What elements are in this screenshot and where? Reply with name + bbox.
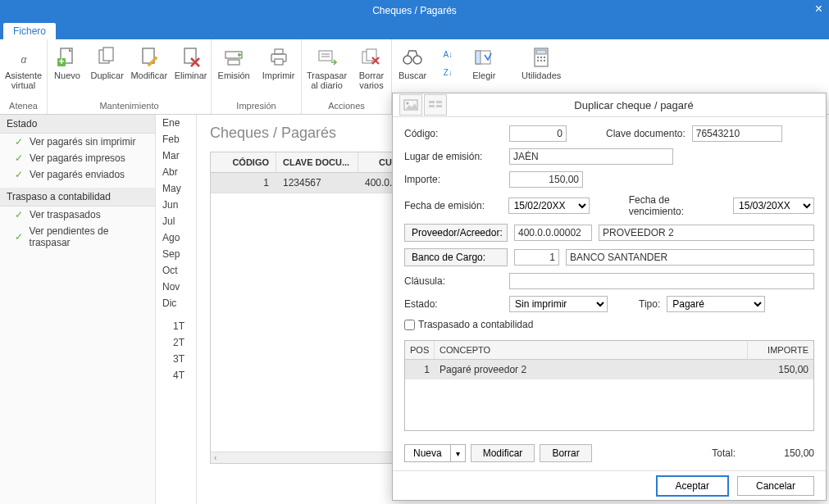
banco-button[interactable]: Banco de Cargo: [404,248,508,266]
detail-row[interactable]: 1 Pagaré proveedor 2 150,00 [405,360,813,379]
col-concepto[interactable]: CONCEPTO [435,341,748,359]
clausula-field[interactable] [509,273,814,289]
borrar-detail-button[interactable]: Borrar [540,444,591,462]
clave-field[interactable] [692,125,782,142]
month-jul[interactable]: Jul [156,213,196,229]
aceptar-button[interactable]: Aceptar [656,475,729,497]
buscar-button[interactable]: Buscar [392,43,433,99]
month-sep[interactable]: Sep [156,246,196,262]
proveedor-code-field[interactable] [514,225,592,241]
group-label-mantenimiento: Mantenimiento [48,99,211,112]
codigo-field[interactable] [509,125,567,142]
traspasado-checkbox[interactable]: Traspasado a contabilidad [404,319,814,330]
label-importe: Importe: [404,174,503,185]
month-nov[interactable]: Nov [156,279,196,295]
total-value: 150,00 [765,447,814,459]
cancelar-button[interactable]: Cancelar [737,476,814,496]
svg-rect-36 [436,105,442,107]
imprimir-button[interactable]: Imprimir [256,43,301,99]
col-codigo[interactable]: CÓDIGO [211,152,276,172]
filter-enviados[interactable]: ✓Ver pagarés enviados [0,166,155,183]
filter-impresos[interactable]: ✓Ver pagarés impresos [0,150,155,166]
svg-point-30 [544,60,545,61]
month-dic[interactable]: Dic [156,295,196,311]
emision-button[interactable]: Emisión [212,43,256,99]
dialog-image-button[interactable] [399,94,422,116]
banco-name-field [566,249,814,266]
quarter-2t[interactable]: 2T [156,334,196,351]
close-icon[interactable]: × [815,2,822,16]
svg-text:α: α [20,54,27,66]
svg-rect-13 [275,59,283,65]
svg-point-27 [544,57,545,58]
month-oct[interactable]: Oct [156,262,196,279]
svg-rect-12 [275,49,283,54]
fecha-emision-select[interactable]: 15/02/20XX [508,198,590,214]
month-feb[interactable]: Feb [156,131,196,148]
duplicar-button[interactable]: Duplicar [87,43,127,99]
quarter-1t[interactable]: 1T [156,318,196,334]
document-new-icon: + [56,46,79,69]
duplicar-dialog: Duplicar cheque / pagaré Código: Clave d… [392,93,827,501]
col-pos[interactable]: POS [405,341,435,359]
svg-point-28 [537,60,539,61]
importe-field[interactable] [509,171,583,188]
month-abr[interactable]: Abr [156,164,196,180]
label-estado: Estado: [404,298,503,310]
month-jun[interactable]: Jun [156,197,196,213]
svg-point-26 [540,57,542,58]
fecha-venc-select[interactable]: 15/03/20XX [733,198,814,214]
traspasar-button[interactable]: Traspasar al diario [302,43,352,99]
quarter-4t[interactable]: 4T [156,367,196,384]
svg-point-10 [238,53,241,57]
filter-panel: Estado ✓Ver pagarés sin imprimir ✓Ver pa… [0,115,156,504]
sort-za-button[interactable]: Z↓ [438,64,461,80]
traspaso-header: Traspaso a contabilidad [0,188,155,207]
svg-point-20 [413,56,421,64]
eliminar-button[interactable]: Eliminar [171,43,211,99]
proveedor-name-field [599,225,814,241]
sort-az-button[interactable]: A↓ [438,46,461,62]
detail-grid: POS CONCEPTO IMPORTE 1 Pagaré proveedor … [404,340,814,431]
svg-point-32 [407,102,409,105]
document-duplicate-icon [96,46,119,69]
estado-select[interactable]: Sin imprimir [509,296,608,312]
filter-pendientes[interactable]: ✓Ver pendientes de traspasar [0,223,155,251]
asistente-virtual-button[interactable]: α Asistente virtual [0,43,47,99]
proveedor-button[interactable]: Proveedor/Acreedor: [404,224,508,242]
delete-multiple-icon [360,46,383,69]
borrar-varios-button[interactable]: Borrar varios [352,43,391,99]
quarter-3t[interactable]: 3T [156,351,196,367]
nueva-split-button[interactable]: Nueva ▾ [404,444,466,462]
tab-fichero[interactable]: Fichero [3,23,56,39]
nueva-button[interactable]: Nueva [404,444,451,462]
estado-header: Estado [0,115,155,134]
elegir-button[interactable]: Elegir [466,43,502,99]
label-clausula: Cláusula: [404,275,503,287]
col-importe[interactable]: IMPORTE [748,341,813,359]
tipo-select[interactable]: Pagaré [667,296,765,312]
traspasado-check-input[interactable] [404,320,415,330]
svg-text:+: + [58,56,64,67]
banco-code-field[interactable] [514,249,559,266]
month-mar[interactable]: Mar [156,148,196,164]
filter-sin-imprimir[interactable]: ✓Ver pagarés sin imprimir [0,134,155,150]
svg-rect-33 [429,101,435,103]
month-may[interactable]: May [156,180,196,197]
modificar-button[interactable]: Modificar [127,43,171,99]
utilidades-button[interactable]: Utilidades [515,43,567,99]
col-clave[interactable]: CLAVE DOCU... [276,152,358,172]
label-fvenc: Fecha de vencimiento: [629,194,727,217]
month-ene[interactable]: Ene [156,115,196,131]
nueva-dropdown-arrow[interactable]: ▾ [451,444,466,462]
filter-traspasados[interactable]: ✓Ver traspasados [0,207,155,223]
check-icon: ✓ [13,136,25,148]
svg-rect-14 [319,51,332,61]
calculator-icon [530,46,553,69]
month-ago[interactable]: Ago [156,229,196,246]
lugar-field[interactable] [509,148,673,165]
modificar-detail-button[interactable]: Modificar [471,444,535,462]
svg-rect-35 [436,101,442,103]
nuevo-button[interactable]: + Nuevo [48,43,87,99]
dialog-layout-button[interactable] [424,94,447,116]
